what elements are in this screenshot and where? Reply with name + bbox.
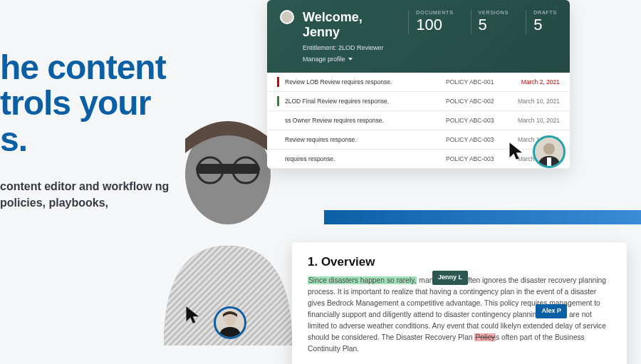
dashboard-header: Welcome, Jenny Entitlement: 2LOD Reviewe…: [267, 0, 570, 73]
task-row[interactable]: Review requires response. POLICY ABC-003…: [267, 130, 570, 150]
hero-subtext: content editor and workflow ng policies,…: [0, 179, 214, 211]
doc-body[interactable]: Jenny L Alex P Since disasters happen so…: [308, 275, 611, 355]
stat-value: 5: [533, 16, 557, 34]
svg-rect-9: [547, 157, 551, 166]
task-date: March 2, 2021: [510, 78, 560, 85]
stat-value: 100: [416, 16, 453, 34]
dashboard-rows: Review LOB Review requires response. POL…: [267, 73, 570, 169]
task-row[interactable]: requires response. POLICY ABC-003 March …: [267, 150, 570, 169]
stat-label: DRAFTS: [533, 10, 557, 15]
task-policy: POLICY ABC-003: [446, 117, 510, 124]
hero-text: he content trols your s. content editor …: [0, 50, 214, 211]
hero-heading-line3: s.: [0, 122, 214, 157]
comment-tag-jenny[interactable]: Jenny L: [432, 271, 468, 285]
task-date: March 10, 2021: [510, 98, 560, 105]
collaborator-avatar[interactable]: [533, 135, 566, 168]
stat-documents: DOCUMENTS 100: [408, 10, 453, 34]
priority-bar-icon: [277, 154, 279, 164]
svg-point-8: [543, 143, 555, 155]
person-icon: [535, 139, 563, 167]
manage-profile-link[interactable]: Manage profile: [303, 56, 353, 63]
stat-label: VERSIONS: [479, 10, 509, 15]
task-row[interactable]: 2LOD Final Review requires response. POL…: [267, 92, 570, 111]
task-policy: POLICY ABC-001: [446, 78, 510, 85]
stat-label: DOCUMENTS: [416, 10, 453, 15]
stat-versions: VERSIONS 5: [471, 10, 509, 34]
task-text: Review LOB Review requires response.: [285, 78, 446, 85]
dashboard-stats: DOCUMENTS 100 VERSIONS 5 DRAFTS 5: [408, 10, 557, 34]
task-text: requires response.: [285, 155, 446, 162]
task-text: Review requires response.: [285, 136, 446, 143]
manage-profile-label: Manage profile: [303, 56, 345, 63]
person-icon: [216, 310, 244, 338]
highlight-green: Since disasters happen so rarely,: [308, 276, 417, 284]
stat-drafts: DRAFTS 5: [526, 10, 557, 34]
hero-heading-line2: trols your: [0, 85, 214, 121]
task-policy: POLICY ABC-002: [446, 98, 510, 105]
highlight-red: Policy: [474, 333, 495, 341]
comment-tag-alex[interactable]: Alex P: [536, 304, 567, 318]
welcome-text: Welcome, Jenny: [303, 10, 400, 40]
task-text: 2LOD Final Review requires response.: [285, 98, 446, 105]
collaborator-avatar[interactable]: [214, 306, 246, 339]
chevron-down-icon: [348, 58, 353, 61]
task-row[interactable]: ss Owner Review requires response. POLIC…: [267, 111, 570, 130]
priority-bar-icon: [277, 77, 279, 87]
dashboard-panel: Welcome, Jenny Entitlement: 2LOD Reviewe…: [267, 0, 570, 169]
hero-heading-line1: he content: [0, 50, 214, 85]
task-policy: POLICY ABC-003: [446, 136, 510, 143]
svg-point-10: [224, 314, 236, 326]
doc-heading: 1. Overview: [308, 255, 611, 269]
priority-bar-icon: [277, 135, 279, 145]
cursor-icon: [184, 305, 204, 325]
task-text: ss Owner Review requires response.: [285, 117, 446, 124]
entitlement-text: Entitlement: 2LOD Reviewer: [303, 44, 400, 51]
svg-point-5: [233, 157, 259, 183]
task-policy: POLICY ABC-003: [446, 155, 510, 162]
document-panel: 1. Overview Jenny L Alex P Since disaste…: [292, 242, 627, 364]
accent-strip: [324, 210, 641, 224]
user-avatar-icon[interactable]: [280, 10, 294, 24]
priority-bar-icon: [277, 115, 279, 125]
task-row[interactable]: Review LOB Review requires response. POL…: [267, 73, 570, 92]
stat-value: 5: [479, 16, 509, 34]
priority-bar-icon: [277, 96, 279, 106]
task-date: March 10, 2021: [510, 117, 560, 124]
